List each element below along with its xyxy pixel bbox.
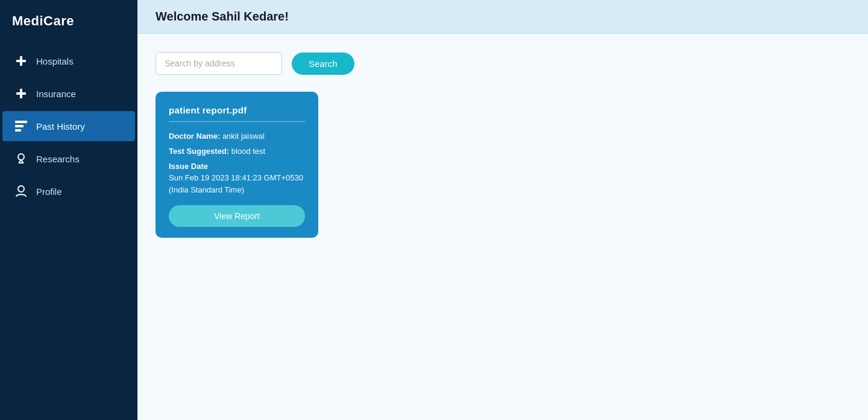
report-test-field: Test Suggested: blood test [169, 145, 305, 158]
sidebar-item-insurance[interactable]: Insurance [2, 78, 135, 109]
search-row: Search [156, 52, 850, 75]
sidebar-item-label-past-history: Past History [36, 121, 85, 132]
svg-rect-1 [16, 60, 26, 62]
test-value: blood test [231, 147, 265, 156]
svg-point-7 [18, 154, 24, 160]
doctor-label: Doctor Name: [169, 132, 220, 141]
svg-point-11 [18, 186, 24, 192]
content-area: Search patient report.pdf Doctor Name: a… [137, 34, 868, 420]
sidebar-item-label-profile: Profile [36, 186, 62, 197]
report-card: patient report.pdf Doctor Name: ankit ja… [156, 92, 318, 238]
main-content: Welcome Sahil Kedare! Search patient rep… [137, 0, 868, 420]
app-logo: MediCare [0, 0, 137, 46]
doctor-value: ankit jaiswal [222, 132, 265, 141]
search-input[interactable] [156, 52, 282, 75]
sidebar: MediCare Hospitals Insurance [0, 0, 137, 420]
page-header: Welcome Sahil Kedare! [137, 0, 868, 34]
sidebar-item-label-researchs: Researchs [36, 154, 80, 164]
welcome-message: Welcome Sahil Kedare! [156, 10, 850, 24]
sidebar-nav: Hospitals Insurance Past History [0, 46, 137, 206]
view-report-button[interactable]: View Report [169, 205, 305, 227]
plus-icon [14, 54, 28, 68]
svg-rect-3 [16, 92, 26, 95]
svg-rect-6 [15, 129, 21, 132]
svg-rect-4 [15, 121, 27, 123]
research-icon [14, 152, 28, 165]
profile-icon [14, 185, 28, 198]
plus-icon-insurance [14, 87, 28, 100]
sidebar-item-label-hospitals: Hospitals [36, 56, 74, 66]
sidebar-item-label-insurance: Insurance [36, 89, 76, 99]
sidebar-item-past-history[interactable]: Past History [2, 111, 135, 141]
sidebar-item-researchs[interactable]: Researchs [2, 144, 135, 174]
history-icon [14, 119, 28, 133]
search-button[interactable]: Search [292, 52, 354, 75]
issue-date-value: Sun Feb 19 2023 18:41:23 GMT+0530 (India… [169, 172, 305, 196]
report-doctor-field: Doctor Name: ankit jaiswal [169, 130, 305, 142]
issue-date-label: Issue Date [169, 162, 305, 171]
test-label: Test Suggested: [169, 147, 229, 156]
sidebar-item-hospitals[interactable]: Hospitals [2, 46, 135, 76]
sidebar-item-profile[interactable]: Profile [2, 176, 135, 206]
svg-rect-5 [15, 125, 24, 127]
report-card-title: patient report.pdf [169, 105, 305, 122]
